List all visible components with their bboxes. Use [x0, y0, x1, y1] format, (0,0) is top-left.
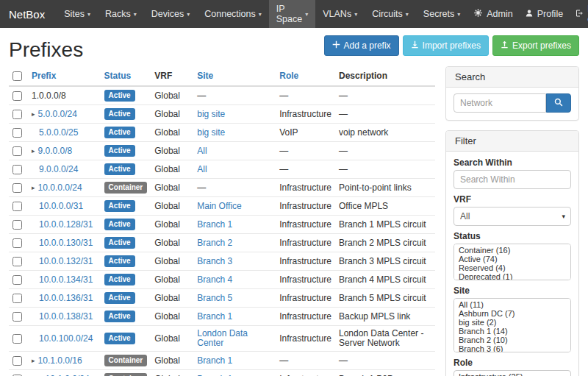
site-option[interactable]: Branch 3 (6): [454, 344, 570, 352]
nav-item-secrets[interactable]: Secrets▾: [416, 0, 467, 28]
search-button[interactable]: [546, 93, 571, 113]
site-option[interactable]: big site (2): [454, 318, 570, 327]
site-link[interactable]: Branch 5: [197, 293, 232, 303]
nav-item-sites[interactable]: Sites▾: [57, 0, 98, 28]
row-checkbox[interactable]: [12, 128, 22, 138]
role-option[interactable]: Infrastructure (25): [454, 372, 570, 376]
row-checkbox[interactable]: [12, 238, 22, 248]
prefix-link[interactable]: 5.0.0.0/25: [39, 128, 78, 138]
row-checkbox[interactable]: [12, 312, 22, 322]
prefix-link[interactable]: 10.0.100.0/24: [39, 334, 93, 344]
site-option[interactable]: Ashburn DC (7): [454, 309, 570, 318]
status-option[interactable]: Active (74): [454, 255, 570, 263]
row-checkbox[interactable]: [12, 257, 22, 266]
header-site: Site: [193, 66, 276, 86]
vrf-select[interactable]: All: [453, 207, 571, 226]
site-link[interactable]: Branch 4: [197, 274, 232, 285]
site-link[interactable]: All: [197, 164, 207, 174]
sort-role-link[interactable]: Role: [279, 71, 298, 81]
nav-item-devices[interactable]: Devices▾: [144, 0, 197, 28]
prefix-link[interactable]: 9.0.0.0/24: [39, 165, 78, 174]
sort-site-link[interactable]: Site: [197, 71, 213, 81]
nav-item-logout[interactable]: Log out: [569, 0, 588, 28]
export-prefixes-button[interactable]: Export prefixes: [492, 35, 579, 56]
export-prefixes-label: Export prefixes: [512, 40, 571, 51]
status-badge: Active: [104, 274, 135, 285]
site-link[interactable]: big site: [197, 127, 225, 138]
nav-item-racks[interactable]: Racks▾: [98, 0, 144, 28]
status-filter-listbox[interactable]: Container (16) Active (74) Reserved (4) …: [453, 244, 571, 280]
prefix-link[interactable]: 10.0.0.132/31: [39, 257, 93, 266]
row-checkbox[interactable]: [12, 334, 22, 344]
role-filter-listbox[interactable]: Infrastructure (25) Management (8) Priva…: [453, 370, 571, 376]
header-role: Role: [276, 66, 335, 86]
site-cell: —: [197, 182, 206, 193]
site-option[interactable]: Branch 1 (14): [454, 327, 570, 336]
nav-item-vlans[interactable]: VLANs▾: [315, 0, 365, 28]
nav-label: Sites: [64, 9, 85, 19]
import-prefixes-button[interactable]: Import prefixes: [403, 35, 489, 56]
site-link[interactable]: Branch 1: [197, 355, 232, 366]
site-link[interactable]: All: [197, 146, 207, 156]
row-checkbox[interactable]: [12, 146, 22, 156]
prefix-link[interactable]: 10.0.0.0/24: [38, 183, 82, 193]
export-icon: [501, 40, 509, 51]
row-checkbox[interactable]: [12, 220, 22, 230]
vrf-cell: Global: [151, 216, 193, 234]
sort-status-link[interactable]: Status: [104, 71, 132, 81]
row-checkbox[interactable]: [12, 202, 22, 211]
prefix-link[interactable]: 10.0.0.134/31: [39, 275, 93, 285]
search-input[interactable]: [453, 93, 546, 113]
row-checkbox[interactable]: [12, 294, 22, 303]
status-badge: Active: [104, 255, 135, 267]
site-link[interactable]: Branch 1: [197, 219, 232, 230]
search-within-input[interactable]: [453, 170, 571, 189]
nav-item-connections[interactable]: Connections▾: [197, 0, 269, 28]
prefix-link[interactable]: 10.0.0.138/31: [39, 312, 93, 322]
select-all-checkbox[interactable]: [12, 71, 22, 81]
page-title: Prefixes: [9, 38, 83, 62]
prefix-link[interactable]: 10.0.0.136/31: [39, 294, 93, 303]
description-cell: Office MPLS: [335, 197, 435, 216]
nav-item-admin[interactable]: Admin: [467, 0, 518, 28]
add-prefix-button[interactable]: Add a prefix: [324, 35, 399, 56]
table-row: ▸10.1.0.0/24 Container Global Branch 1 I…: [9, 370, 435, 376]
prefix-link[interactable]: 5.0.0.0/24: [38, 110, 77, 119]
prefix-link[interactable]: 10.0.0.128/31: [39, 220, 93, 230]
status-option[interactable]: Reserved (4): [454, 263, 570, 272]
prefix-link[interactable]: 10.0.0.130/31: [39, 238, 93, 248]
chevron-down-icon: ▾: [87, 11, 90, 18]
description-cell: voip network: [335, 124, 435, 142]
site-option[interactable]: All (11): [454, 300, 570, 309]
prefix-link[interactable]: 1.0.0.0/8: [32, 91, 66, 101]
prefix-link[interactable]: 10.0.0.0/31: [39, 202, 83, 211]
row-checkbox[interactable]: [12, 183, 22, 193]
status-option[interactable]: Container (16): [454, 246, 570, 255]
row-checkbox[interactable]: [12, 356, 22, 366]
site-link[interactable]: big site: [197, 109, 225, 119]
row-checkbox[interactable]: [12, 110, 22, 119]
status-option[interactable]: Deprecated (1): [454, 272, 570, 280]
site-link[interactable]: London Data Center: [197, 328, 248, 348]
status-badge: Active: [104, 90, 135, 102]
site-filter-listbox[interactable]: All (11) Ashburn DC (7) big site (2) Bra…: [453, 298, 571, 352]
site-link[interactable]: Branch 1: [197, 311, 232, 322]
search-panel-title: Search: [446, 67, 578, 88]
prefix-link[interactable]: 9.0.0.0/8: [38, 146, 73, 156]
site-link[interactable]: Branch 3: [197, 256, 232, 266]
nav-item-profile[interactable]: Profile: [519, 0, 569, 28]
sort-prefix-link[interactable]: Prefix: [32, 71, 56, 81]
row-checkbox[interactable]: [12, 165, 22, 174]
site-option[interactable]: Branch 2 (10): [454, 336, 570, 344]
site-link[interactable]: Main Office: [197, 201, 241, 211]
vrf-cell: Global: [151, 197, 193, 216]
search-panel: Search: [445, 66, 579, 121]
row-checkbox[interactable]: [12, 91, 22, 101]
nav-item-circuits[interactable]: Circuits▾: [365, 0, 416, 28]
brand-link[interactable]: NetBox: [9, 0, 45, 28]
nav-item-ip-space[interactable]: IP Space▾: [269, 0, 315, 28]
status-badge: Active: [104, 145, 135, 157]
site-link[interactable]: Branch 2: [197, 238, 232, 248]
prefix-link[interactable]: 10.1.0.0/16: [38, 356, 82, 366]
row-checkbox[interactable]: [12, 275, 22, 285]
